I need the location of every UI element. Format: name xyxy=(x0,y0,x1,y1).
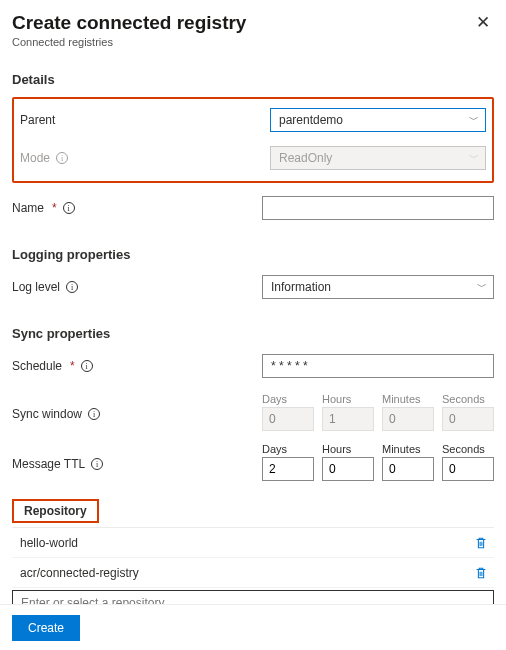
sync-seconds-input xyxy=(442,407,494,431)
label-seconds: Seconds xyxy=(442,393,494,405)
required-asterisk: * xyxy=(52,201,57,215)
log-level-value: Information xyxy=(271,280,331,294)
section-sync: Sync properties xyxy=(12,326,494,341)
repository-name: acr/connected-registry xyxy=(20,566,474,580)
name-input[interactable] xyxy=(262,196,494,220)
label-parent: Parent xyxy=(20,113,55,127)
tab-repository[interactable]: Repository xyxy=(12,499,99,523)
highlight-parent-mode: Parent parentdemo ﹀ Mode i ReadOnly ﹀ xyxy=(12,97,494,183)
parent-select[interactable]: parentdemo ﹀ xyxy=(270,108,486,132)
label-seconds: Seconds xyxy=(442,443,494,455)
label-sync-window: Sync window xyxy=(12,407,82,421)
close-icon[interactable]: ✕ xyxy=(472,12,494,33)
repository-name: hello-world xyxy=(20,536,474,550)
sync-days-input xyxy=(262,407,314,431)
label-name: Name xyxy=(12,201,44,215)
label-hours: Hours xyxy=(322,443,374,455)
label-days: Days xyxy=(262,443,314,455)
repository-row: acr/connected-registry xyxy=(12,558,494,588)
chevron-down-icon: ﹀ xyxy=(469,113,479,127)
info-icon: i xyxy=(56,152,68,164)
info-icon: i xyxy=(91,458,103,470)
sync-hours-input xyxy=(322,407,374,431)
create-button[interactable]: Create xyxy=(12,615,80,641)
label-log-level: Log level xyxy=(12,280,60,294)
chevron-down-icon: ﹀ xyxy=(477,280,487,294)
chevron-down-icon: ﹀ xyxy=(469,151,479,165)
ttl-days-input[interactable] xyxy=(262,457,314,481)
ttl-seconds-input[interactable] xyxy=(442,457,494,481)
label-days: Days xyxy=(262,393,314,405)
mode-value: ReadOnly xyxy=(279,151,332,165)
required-asterisk: * xyxy=(70,359,75,373)
mode-select: ReadOnly ﹀ xyxy=(270,146,486,170)
ttl-hours-input[interactable] xyxy=(322,457,374,481)
section-logging: Logging properties xyxy=(12,247,494,262)
trash-icon[interactable] xyxy=(474,536,488,550)
repository-row: hello-world xyxy=(12,528,494,558)
panel-title: Create connected registry xyxy=(12,12,472,34)
label-minutes: Minutes xyxy=(382,443,434,455)
footer-bar: Create xyxy=(0,604,506,650)
log-level-select[interactable]: Information ﹀ xyxy=(262,275,494,299)
trash-icon[interactable] xyxy=(474,566,488,580)
panel-subtitle: Connected registries xyxy=(12,36,472,48)
ttl-minutes-input[interactable] xyxy=(382,457,434,481)
schedule-input[interactable] xyxy=(262,354,494,378)
info-icon: i xyxy=(66,281,78,293)
info-icon: i xyxy=(63,202,75,214)
parent-value: parentdemo xyxy=(279,113,343,127)
label-hours: Hours xyxy=(322,393,374,405)
label-mode: Mode xyxy=(20,151,50,165)
info-icon: i xyxy=(88,408,100,420)
label-message-ttl: Message TTL xyxy=(12,457,85,471)
label-schedule: Schedule xyxy=(12,359,62,373)
label-minutes: Minutes xyxy=(382,393,434,405)
section-details: Details xyxy=(12,72,494,87)
info-icon: i xyxy=(81,360,93,372)
sync-minutes-input xyxy=(382,407,434,431)
